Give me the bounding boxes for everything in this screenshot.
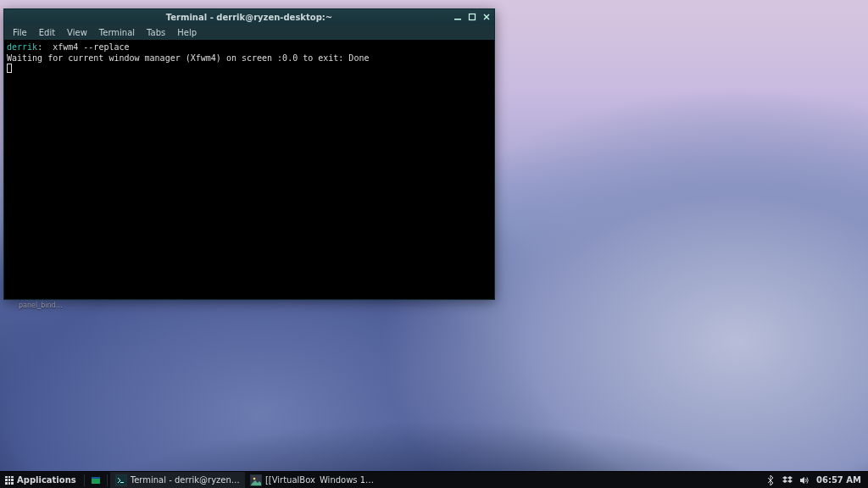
image-icon: [250, 474, 262, 486]
terminal-cursor: [7, 64, 12, 73]
panel-separator: [84, 474, 85, 486]
menu-file[interactable]: File: [8, 26, 32, 39]
maximize-button[interactable]: [466, 11, 477, 22]
menu-edit[interactable]: Edit: [34, 26, 60, 39]
svg-rect-5: [120, 482, 124, 483]
dropbox-icon[interactable]: [782, 475, 793, 485]
svg-point-7: [253, 477, 256, 480]
prompt-separator: :: [37, 42, 47, 52]
menu-help[interactable]: Help: [172, 26, 202, 39]
taskbar-item-label: [[VirtualBox_Windows 1…: [265, 475, 374, 485]
svg-rect-4: [116, 475, 126, 485]
terminal-output-area[interactable]: derrik: xfwm4 --replace Waiting for curr…: [4, 40, 494, 299]
system-tray: 06:57 AM: [759, 472, 868, 488]
terminal-icon: [115, 474, 127, 486]
bluetooth-icon[interactable]: [765, 475, 776, 485]
panel-clock[interactable]: 06:57 AM: [816, 475, 861, 485]
desktop-debug-text: panel_bind…: [19, 302, 63, 309]
applications-menu-button[interactable]: Applications: [0, 472, 81, 488]
bottom-panel: Applications Terminal - derrik@ryzen… [[…: [0, 471, 868, 488]
window-title: Terminal - derrik@ryzen-desktop:~: [166, 13, 332, 22]
svg-rect-3: [92, 477, 100, 479]
svg-rect-0: [454, 19, 461, 20]
window-titlebar[interactable]: Terminal - derrik@ryzen-desktop:~: [4, 9, 494, 25]
prompt-user: derrik: [7, 42, 37, 52]
menu-terminal[interactable]: Terminal: [94, 26, 140, 39]
menu-tabs[interactable]: Tabs: [142, 26, 170, 39]
menu-view[interactable]: View: [62, 26, 92, 39]
svg-rect-1: [469, 14, 475, 19]
panel-separator: [107, 474, 108, 486]
applications-menu-label: Applications: [17, 475, 76, 485]
taskbar-item-label: Terminal - derrik@ryzen…: [131, 475, 240, 485]
volume-icon[interactable]: [799, 475, 810, 485]
window-menubar: File Edit View Terminal Tabs Help: [4, 25, 494, 40]
entered-command: xfwm4 --replace: [47, 42, 129, 52]
terminal-output-line: Waiting for current window manager (Xfwm…: [7, 53, 369, 63]
terminal-window: Terminal - derrik@ryzen-desktop:~ File E…: [3, 8, 495, 300]
minimize-button[interactable]: [452, 11, 463, 22]
taskbar-item-image[interactable]: [[VirtualBox_Windows 1…: [245, 472, 379, 488]
taskbar-item-terminal[interactable]: Terminal - derrik@ryzen…: [110, 472, 245, 488]
show-desktop-button[interactable]: [91, 475, 101, 485]
close-button[interactable]: [481, 11, 492, 22]
applications-grid-icon: [5, 476, 14, 485]
